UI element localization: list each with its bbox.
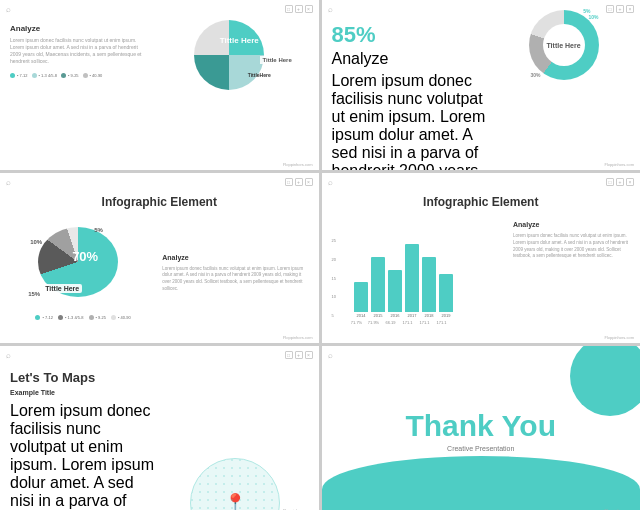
map-content: Example Title Lorem ipsum donec facilisi… <box>10 389 309 510</box>
map-circle: 📍 <box>190 458 280 511</box>
footer-3: Floppinhors.com <box>283 335 313 340</box>
slide-2: ⌕ □ + × 85% Analyze Lorem ipsum donec fa… <box>322 0 641 170</box>
map-circle-area: 📍 <box>162 389 308 510</box>
slide-6: ⌕ □ + × Thank You Creative Presentation … <box>322 346 641 510</box>
legend-1: • 7-12 • 1-3 4/5-8 • 9-25 • 40-90 <box>10 73 143 78</box>
map-title: Let's To Maps <box>10 370 309 385</box>
bar-2016-rect <box>388 270 402 312</box>
analyze-label-2: Analyze <box>332 50 492 68</box>
content-row-3: 70% 5% 10% 15% Tittle Here • 7-12 <box>10 213 309 333</box>
slide-1: ⌕ □ + × Analyze Lorem ipsum donec facili… <box>0 0 319 170</box>
ctrl-btn-4c[interactable]: × <box>626 178 634 186</box>
legend-item-1b: • 1-3 4/5-8 <box>32 73 58 78</box>
ctrl-btn-4a[interactable]: □ <box>606 178 614 186</box>
bar-2019-rect <box>439 274 453 312</box>
content-row-4: 25 20 15 10 5 2014 2015 <box>332 217 631 333</box>
body-text-4: Lorem ipsum donec facilisis nunc volutpa… <box>513 233 630 260</box>
donut-hole: Tittle Here <box>543 24 585 66</box>
bar-2015-rect <box>371 257 385 312</box>
search-icon-3[interactable]: ⌕ <box>6 178 11 187</box>
bar-2019: 2019 <box>439 274 453 318</box>
body-text-3: Lorem ipsum donec facilisis nunc volutpa… <box>162 266 308 293</box>
bar-chart: 2014 2015 2016 2017 <box>338 238 453 318</box>
slide-controls-4: □ + × <box>606 178 634 186</box>
ctrl-btn-1a[interactable]: □ <box>285 5 293 13</box>
map-body-text: Lorem ipsum donec facilisis nunc volutpa… <box>10 402 156 510</box>
ctrl-btn-2a[interactable]: □ <box>606 5 614 13</box>
pie-label-title2: Tittle Here <box>260 56 293 64</box>
legend-item-3a: • 7-12 <box>35 315 53 320</box>
ctrl-btn-2c[interactable]: × <box>626 5 634 13</box>
slide-controls-1: □ + × <box>285 5 313 13</box>
slide-title-3: Infographic Element <box>10 195 309 209</box>
ctrl-btn-1b[interactable]: + <box>295 5 303 13</box>
bar-2014: 2014 <box>354 282 368 318</box>
ctrl-btn-1c[interactable]: × <box>305 5 313 13</box>
legend-item-3c: • 9-25 <box>89 315 107 320</box>
map-info: Example Title Lorem ipsum donec facilisi… <box>10 389 156 510</box>
svg-point-1 <box>191 459 279 511</box>
search-icon-1[interactable]: ⌕ <box>6 5 11 14</box>
ctrl-btn-5c[interactable]: × <box>305 351 313 359</box>
legend-item-3b: • 1-3 4/5-8 <box>58 315 84 320</box>
slide-5: ⌕ □ + × Let's To Maps Example Title Lore… <box>0 346 319 510</box>
thank-you-content: Thank You Creative Presentation <box>322 346 641 510</box>
map-dots-svg <box>190 458 280 511</box>
pie-3d-area: 70% 5% 10% 15% Tittle Here • 7-12 <box>10 227 156 320</box>
ctrl-btn-3b[interactable]: + <box>295 178 303 186</box>
ctrl-btn-3c[interactable]: × <box>305 178 313 186</box>
slide-title-4: Infographic Element <box>332 195 631 209</box>
analyze-label-4: Analyze <box>513 221 630 228</box>
x-axis-labels: 71.7% 71.9% 66.19 171.1 171.1 171.1 <box>332 320 449 325</box>
search-icon-5[interactable]: ⌕ <box>6 351 11 360</box>
pie-area-1: Tittle Here Tittle Here TittleHere <box>149 20 309 90</box>
analyze-label-1: Analyze <box>10 24 143 33</box>
big-percent: 85% <box>332 24 492 46</box>
footer-2: Floppinhors.com <box>604 162 634 167</box>
search-icon-4[interactable]: ⌕ <box>328 178 333 187</box>
pie-3d-big-pct: 70% <box>72 249 98 264</box>
ctrl-btn-5b[interactable]: + <box>295 351 303 359</box>
pie-center-label: Tittle Here <box>42 284 82 293</box>
donut-pct-side: 10% <box>589 14 599 20</box>
analyze-col-4: Analyze Lorem ipsum donec facilisis nunc… <box>513 217 630 260</box>
donut-center-label: Tittle Here <box>546 42 580 49</box>
example-title: Example Title <box>10 389 156 396</box>
bar-2015: 2015 <box>371 257 385 318</box>
pie-3d-chart: 70% 5% 10% 15% Tittle Here <box>38 227 128 307</box>
bar-2018: 2018 <box>422 257 436 318</box>
body-text-2: Lorem ipsum donec facilisis nunc volutpa… <box>332 72 492 170</box>
slide-3: ⌕ □ + × Infographic Element 70% 5% 10% <box>0 173 319 343</box>
legend-item-1a: • 7-12 <box>10 73 28 78</box>
slide-grid: ⌕ □ + × Analyze Lorem ipsum donec facili… <box>0 0 640 510</box>
ctrl-btn-4b[interactable]: + <box>616 178 624 186</box>
pie-label-title3: TittleHere <box>248 72 271 78</box>
slide-4: ⌕ □ + × Infographic Element 25 20 15 10 … <box>322 173 641 343</box>
thank-you-title: Thank You <box>405 411 556 441</box>
legend-item-1c: • 9-25 <box>61 73 79 78</box>
pie-label-5pct: 5% <box>94 227 103 233</box>
analyze-label-3: Analyze <box>162 254 308 261</box>
donut-pct-bottom-left: 30% <box>531 72 541 78</box>
pie-label-15pct: 15% <box>28 291 40 297</box>
legend-item-1d: • 40-90 <box>83 73 103 78</box>
footer-1: Floppinhors.com <box>283 162 313 167</box>
search-icon-2[interactable]: ⌕ <box>328 5 333 14</box>
ctrl-btn-3a[interactable]: □ <box>285 178 293 186</box>
bar-2018-rect <box>422 257 436 312</box>
legend-3: • 7-12 • 1-3 4/5-8 • 9-25 • 40-90 <box>35 315 130 320</box>
bar-chart-area: 25 20 15 10 5 2014 2015 <box>332 217 508 333</box>
pie-label-title1: Tittle Here <box>220 36 259 45</box>
donut-chart: 5% 10% Tittle Here 30% <box>529 10 599 80</box>
bar-2016: 2016 <box>388 270 402 318</box>
body-text-1: Lorem ipsum donec facilisis nunc volutpa… <box>10 37 143 65</box>
ctrl-btn-5a[interactable]: □ <box>285 351 293 359</box>
slide-controls-5: □ + × <box>285 351 313 359</box>
ctrl-btn-2b[interactable]: + <box>616 5 624 13</box>
bar-2014-rect <box>354 282 368 312</box>
pie-label-10pct: 10% <box>30 239 42 245</box>
pie-3d-shadow <box>42 299 118 313</box>
thank-you-subtitle: Creative Presentation <box>447 445 514 452</box>
slide-controls-3: □ + × <box>285 178 313 186</box>
bar-2017: 2017 <box>405 244 419 318</box>
